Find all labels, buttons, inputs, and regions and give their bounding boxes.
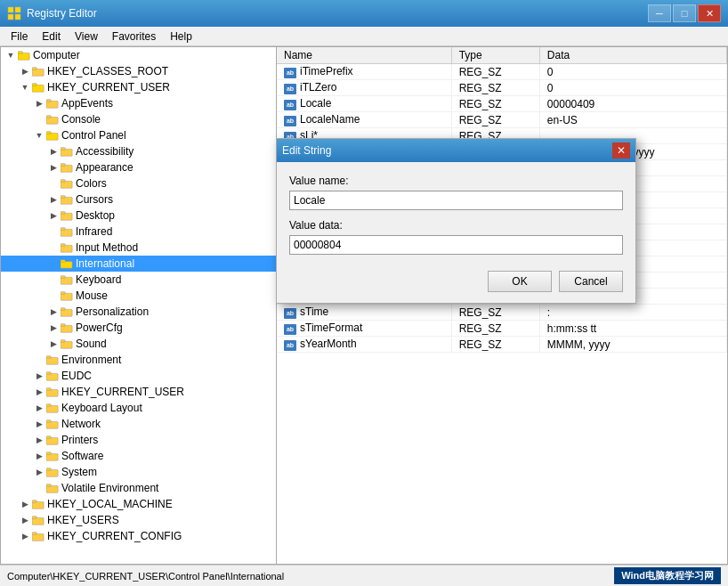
expand-icon[interactable] — [47, 177, 60, 190]
expand-icon[interactable] — [33, 354, 45, 366]
menu-favorites[interactable]: Favorites — [105, 28, 163, 45]
reg-type-cell: REG_SZ — [451, 80, 539, 96]
tree-item[interactable]: Keyboard — [1, 272, 276, 288]
tree-item[interactable]: ▶ Sound — [1, 336, 276, 352]
svg-rect-20 — [61, 181, 72, 188]
tree-item[interactable]: Colors — [1, 175, 276, 191]
svg-rect-4 — [18, 53, 29, 60]
dialog-close-button[interactable]: ✕ — [612, 142, 630, 159]
tree-panel[interactable]: ▼ Computer▶ HKEY_CLASSES_ROOT▼ HKEY_CURR… — [1, 47, 277, 564]
expand-icon[interactable]: ▼ — [4, 49, 17, 61]
tree-item[interactable]: ▼ HKEY_CURRENT_USER — [1, 79, 276, 95]
tree-item[interactable]: ▶ EUDC — [1, 368, 276, 384]
tree-item[interactable]: ▶ PowerCfg — [1, 320, 276, 336]
expand-icon[interactable]: ▶ — [33, 418, 45, 430]
expand-icon[interactable]: ▶ — [33, 450, 45, 462]
main-container: ▼ Computer▶ HKEY_CLASSES_ROOT▼ HKEY_CURR… — [0, 46, 728, 565]
expand-icon[interactable] — [47, 225, 60, 238]
expand-icon[interactable]: ▶ — [47, 338, 60, 350]
folder-icon — [31, 81, 45, 94]
tree-item-label: Personalization — [76, 305, 149, 318]
expand-icon[interactable]: ▶ — [33, 434, 45, 446]
cancel-button[interactable]: Cancel — [559, 271, 623, 292]
tree-item[interactable]: ▼ Control Panel — [1, 127, 276, 143]
svg-rect-37 — [61, 308, 65, 311]
tree-item[interactable]: ▶ Desktop — [1, 208, 276, 224]
tree-item[interactable]: ▶ HKEY_USERS — [1, 512, 276, 528]
expand-icon[interactable]: ▶ — [33, 370, 45, 382]
menu-help[interactable]: Help — [163, 28, 199, 45]
svg-rect-19 — [61, 164, 65, 167]
tree-item-label: Control Panel — [61, 129, 126, 142]
tree-item[interactable]: ▶ Appearance — [1, 159, 276, 175]
folder-icon — [45, 466, 60, 478]
expand-icon[interactable] — [47, 257, 60, 270]
tree-item[interactable]: ▶ HKEY_LOCAL_MACHINE — [1, 496, 276, 512]
expand-icon[interactable] — [33, 482, 45, 494]
expand-icon[interactable]: ▶ — [47, 193, 60, 206]
table-row[interactable]: absTimeREG_SZ: — [277, 305, 727, 321]
tree-item[interactable]: ▶ HKEY_CURRENT_USER — [1, 384, 276, 400]
expand-icon[interactable]: ▶ — [47, 145, 60, 158]
tree-item[interactable]: ▶ System — [1, 464, 276, 480]
tree-item[interactable]: ▶ Printers — [1, 432, 276, 448]
table-row[interactable]: abLocaleNameREG_SZen-US — [277, 112, 727, 128]
expand-icon[interactable]: ▼ — [33, 129, 45, 142]
expand-icon[interactable] — [47, 289, 60, 302]
menu-view[interactable]: View — [68, 28, 105, 45]
tree-item[interactable]: ▶ HKEY_CURRENT_CONFIG — [1, 528, 276, 544]
menu-file[interactable]: File — [4, 28, 35, 45]
expand-icon[interactable]: ▶ — [33, 386, 45, 398]
table-row[interactable]: abiTimePrefixREG_SZ0 — [277, 64, 727, 80]
expand-icon[interactable]: ▼ — [19, 81, 31, 94]
tree-item[interactable]: ▶ Network — [1, 416, 276, 432]
value-name-input[interactable] — [289, 191, 623, 210]
expand-icon[interactable]: ▶ — [33, 466, 45, 478]
tree-item-label: HKEY_CURRENT_USER — [61, 386, 184, 398]
table-row[interactable]: absTimeFormatREG_SZh:mm:ss tt — [277, 321, 727, 337]
expand-icon[interactable]: ▶ — [47, 161, 60, 174]
expand-icon[interactable]: ▶ — [33, 402, 45, 414]
expand-icon[interactable]: ▶ — [47, 209, 60, 222]
expand-icon[interactable] — [47, 273, 60, 286]
table-row[interactable]: abiTLZeroREG_SZ0 — [277, 80, 727, 96]
tree-item[interactable]: ▶ Accessibility — [1, 143, 276, 159]
registry-table[interactable]: Name Type Data abiTimePrefixREG_SZ0abiTL… — [277, 47, 727, 564]
tree-item[interactable]: Volatile Environment — [1, 480, 276, 496]
folder-icon — [45, 113, 60, 126]
table-row[interactable]: abLocaleREG_SZ00000409 — [277, 96, 727, 112]
svg-rect-41 — [61, 340, 65, 343]
tree-item[interactable]: Mouse — [1, 288, 276, 304]
tree-item[interactable]: International — [1, 256, 276, 272]
tree-item[interactable]: ▶ Keyboard Layout — [1, 400, 276, 416]
ok-button[interactable]: OK — [488, 271, 552, 292]
tree-item[interactable]: Environment — [1, 352, 276, 368]
close-button[interactable]: ✕ — [698, 4, 721, 22]
value-data-input[interactable] — [289, 235, 623, 255]
expand-icon[interactable]: ▶ — [47, 305, 60, 318]
tree-item[interactable]: ▶ AppEvents — [1, 95, 276, 111]
expand-icon[interactable]: ▶ — [19, 65, 31, 77]
menu-edit[interactable]: Edit — [35, 28, 68, 45]
expand-icon[interactable] — [47, 241, 60, 254]
tree-item[interactable]: ▶ Software — [1, 448, 276, 464]
tree-item[interactable]: ▶ HKEY_CLASSES_ROOT — [1, 63, 276, 79]
svg-rect-52 — [46, 437, 58, 444]
tree-item[interactable]: ▼ Computer — [1, 47, 276, 63]
expand-icon[interactable]: ▶ — [19, 530, 31, 542]
tree-item[interactable]: ▶ Personalization — [1, 304, 276, 320]
minimize-button[interactable]: ─ — [648, 4, 671, 22]
svg-rect-59 — [46, 484, 51, 487]
expand-icon[interactable]: ▶ — [47, 321, 60, 334]
expand-icon[interactable] — [33, 113, 45, 126]
expand-icon[interactable]: ▶ — [19, 498, 31, 510]
edit-string-dialog[interactable]: Edit String ✕ Value name: Value data: OK… — [276, 138, 636, 304]
tree-item[interactable]: Console — [1, 111, 276, 127]
expand-icon[interactable]: ▶ — [19, 514, 31, 526]
tree-item[interactable]: Infrared — [1, 224, 276, 240]
tree-item[interactable]: ▶ Cursors — [1, 191, 276, 208]
expand-icon[interactable]: ▶ — [33, 97, 45, 110]
table-row[interactable]: absYearMonthREG_SZMMMM, yyyy — [277, 337, 727, 353]
tree-item[interactable]: Input Method — [1, 240, 276, 256]
maximize-button[interactable]: □ — [673, 4, 696, 22]
